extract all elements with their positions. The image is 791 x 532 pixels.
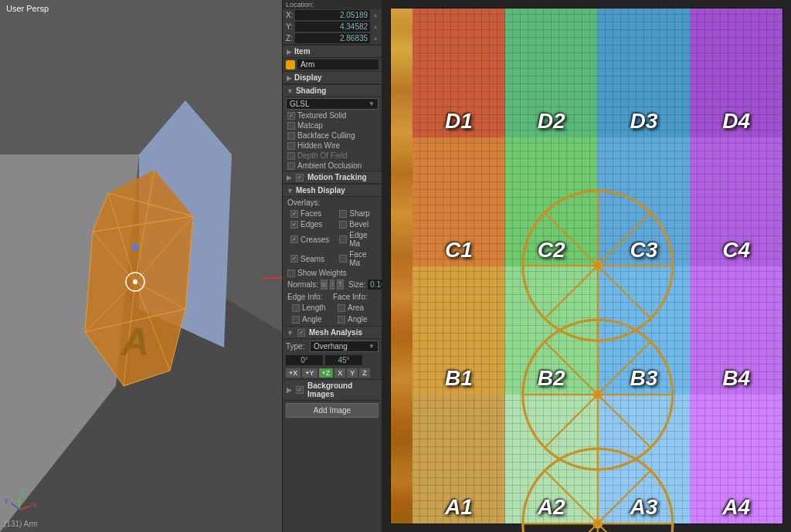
edges-cb[interactable]: [290, 221, 298, 229]
creases-cb[interactable]: [290, 236, 298, 243]
uv-viewer: D1 D2 D3 D4 C1: [382, 0, 791, 532]
length-row: Length: [287, 303, 331, 313]
svg-point-26: [132, 244, 138, 250]
angle1-input[interactable]: 0°: [286, 355, 323, 365]
angle-edge-cb[interactable]: [292, 316, 300, 324]
svg-text:X: X: [32, 501, 37, 509]
edge-info-label: Edge Info:: [287, 293, 331, 301]
properties-panel: Location: X: 2.05189 ▲ Y: 4.34582 ▲ Z: 2…: [282, 0, 382, 532]
angle-face-label: Angle: [348, 315, 368, 324]
size-input[interactable]: 0.10: [368, 280, 382, 290]
length-cb[interactable]: [292, 304, 300, 312]
color-grid: D1 D2 D3 D4 C1: [390, 8, 783, 524]
face-ma-cb[interactable]: [339, 255, 347, 263]
normals-row: Normals: ⊙ ↑ ⤒ Size: 0.10: [283, 278, 382, 291]
ambient-oc-cb[interactable]: [287, 162, 295, 170]
ma-arrow: ▼: [287, 329, 294, 337]
motion-tracking-header[interactable]: ▶ Motion Tracking: [283, 171, 382, 184]
add-image-button[interactable]: Add Image: [286, 403, 379, 418]
mesh-display-header[interactable]: ▼ Mesh Display: [283, 184, 382, 197]
textured-solid-cb[interactable]: [287, 112, 295, 120]
type-value: Overhang: [314, 342, 348, 351]
textured-solid-label: Textured Solid: [297, 111, 346, 120]
overlays-label: Overlays:: [283, 197, 382, 208]
shading-label: Shading: [296, 86, 326, 95]
axis-nx-btn[interactable]: X: [334, 368, 345, 378]
edge-ma-cb[interactable]: [339, 236, 347, 243]
svg-text:Y: Y: [4, 497, 8, 505]
glsl-dropdown-row: GLSL ▼: [283, 97, 382, 110]
cell-c1: C1: [412, 137, 505, 266]
uv-canvas: D1 D2 D3 D4 C1: [390, 8, 783, 524]
mt-cb[interactable]: [296, 174, 304, 181]
a2-label: A2: [538, 495, 565, 520]
backface-row: Backface Culling: [283, 130, 382, 141]
type-dropdown[interactable]: Overhang ▼: [310, 341, 379, 352]
viewport-svg: A X Z Y: [0, 0, 282, 532]
ma-cb[interactable]: [297, 329, 305, 337]
object-info: (131) Arm: [4, 520, 38, 528]
backface-cb[interactable]: [287, 132, 295, 140]
faces-cb[interactable]: [290, 210, 298, 218]
area-label: Area: [348, 303, 364, 312]
creases-label: Creases: [300, 236, 329, 244]
axis-py-btn[interactable]: +Y: [302, 368, 317, 378]
hidden-wire-cb[interactable]: [287, 142, 295, 150]
hidden-wire-row: Hidden Wire: [283, 141, 382, 151]
y-label: Y:: [286, 22, 293, 31]
c4-label: C4: [722, 238, 750, 263]
viewport-area: User Persp: [0, 0, 282, 532]
y-row: Y: 4.34582 ▲: [283, 21, 382, 32]
axis-px-btn[interactable]: +X: [286, 368, 300, 378]
axis-buttons: +X +Y +Z X Y Z: [283, 367, 382, 379]
bg-cb[interactable]: [296, 386, 304, 394]
z-label: Z:: [286, 34, 293, 42]
matcap-label: Matcap: [297, 121, 323, 130]
ambient-oc-label: Ambient Occlusion: [297, 161, 362, 170]
axis-ny-btn[interactable]: Y: [347, 368, 358, 378]
cell-c3: C3: [598, 137, 691, 266]
left-color-bar: [391, 8, 412, 524]
ambient-oc-row: Ambient Occlusion: [283, 161, 382, 171]
seams-row: Seams: [286, 249, 334, 268]
matcap-cb[interactable]: [287, 122, 295, 130]
cell-b4: B4: [690, 266, 783, 395]
faces-label: Faces: [300, 209, 321, 218]
seams-cb[interactable]: [290, 255, 298, 263]
cell-b3: B3: [598, 266, 691, 395]
angle-face-cb[interactable]: [338, 316, 345, 324]
svg-line-62: [545, 524, 598, 532]
shading-header[interactable]: ▼ Shading: [283, 84, 382, 97]
face-ma-label: Face Ma: [349, 250, 374, 267]
textured-solid-row: Textured Solid: [283, 110, 382, 120]
angle-face-row: Angle: [333, 314, 377, 324]
cell-d2: D2: [505, 8, 598, 137]
matcap-row: Matcap: [283, 120, 382, 130]
show-weights-cb[interactable]: [287, 269, 295, 277]
mt-arrow: ▶: [287, 174, 292, 181]
d2-label: D2: [538, 109, 565, 134]
display-header[interactable]: ▶ Display: [283, 71, 382, 84]
mesh-analysis-header[interactable]: ▼ Mesh Analysis: [283, 326, 382, 339]
axis-pz-btn[interactable]: +Z: [319, 368, 334, 378]
cell-c4: C4: [690, 137, 783, 266]
bg-images-header[interactable]: ▶ Background Images: [283, 379, 382, 401]
sharp-label: Sharp: [349, 209, 370, 218]
glsl-dropdown[interactable]: GLSL ▼: [286, 98, 379, 110]
sharp-cb[interactable]: [339, 210, 347, 218]
item-header[interactable]: ▶ Item: [283, 45, 382, 58]
area-cb[interactable]: [338, 304, 345, 312]
axis-nz-btn[interactable]: Z: [359, 368, 370, 378]
item-label: Item: [294, 47, 311, 56]
normals-btn2[interactable]: ↑: [330, 280, 334, 290]
normals-btn1[interactable]: ⊙: [321, 280, 328, 290]
angle2-input[interactable]: 45°: [325, 355, 362, 365]
bevel-cb[interactable]: [339, 221, 347, 229]
depth-field-cb[interactable]: [287, 152, 295, 160]
sharp-row: Sharp: [334, 208, 379, 219]
glsl-value: GLSL: [290, 100, 310, 108]
d4-label: D4: [722, 109, 750, 134]
creases-row: Creases: [286, 230, 334, 249]
normals-btn3[interactable]: ⤒: [337, 280, 344, 290]
bg-label: Background Images: [307, 381, 378, 398]
